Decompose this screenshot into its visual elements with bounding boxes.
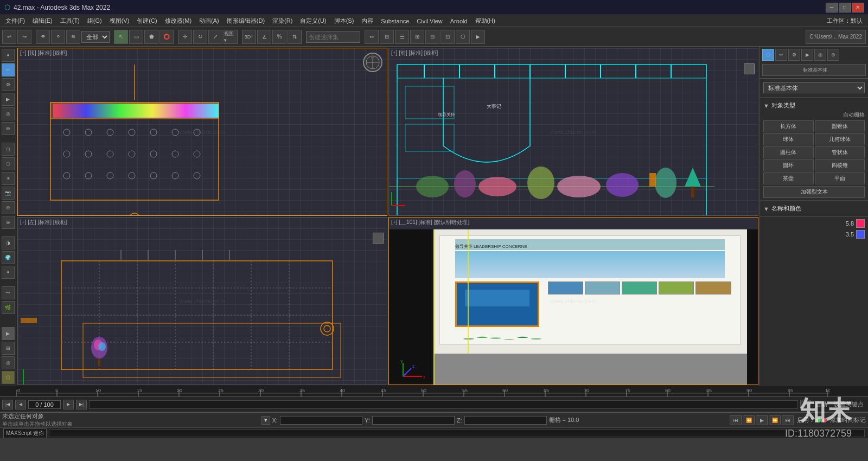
- menu-view[interactable]: 视图(V): [106, 16, 133, 26]
- menu-create[interactable]: 创建(C): [133, 16, 160, 26]
- select-tool[interactable]: ↖: [114, 30, 128, 44]
- rp-color-swatch-2[interactable]: [856, 230, 865, 239]
- lt-light[interactable]: ☀: [2, 172, 15, 185]
- maximize-button[interactable]: □: [839, 3, 851, 12]
- snap-angle[interactable]: ∡: [257, 30, 271, 44]
- lt-spacewarp[interactable]: ⊚: [2, 216, 15, 229]
- rp-display-tab[interactable]: ◎: [814, 49, 826, 61]
- pb-play[interactable]: ▶: [756, 415, 768, 425]
- rp-btn-plane[interactable]: 平面: [815, 172, 865, 184]
- snap-spinner[interactable]: ⇅: [288, 30, 302, 44]
- toolbar-more[interactable]: ⊡: [441, 30, 455, 44]
- rp-btn-enhanced-text[interactable]: 加强型文本: [763, 186, 865, 198]
- menu-animation[interactable]: 动画(A): [196, 16, 222, 26]
- prev-frame-button[interactable]: ◀: [15, 400, 26, 409]
- lt-effects[interactable]: ✦: [2, 266, 15, 279]
- select-lasso[interactable]: ⬟: [144, 30, 158, 44]
- menu-customize[interactable]: 自定义(U): [297, 16, 329, 26]
- lt-create[interactable]: ✦: [2, 49, 15, 62]
- menu-modifiers[interactable]: 修改器(M): [162, 16, 195, 26]
- lt-modify[interactable]: ✏: [2, 63, 15, 76]
- minimize-button[interactable]: ─: [826, 3, 838, 12]
- menu-workspace[interactable]: 工作区：默认: [824, 16, 866, 26]
- rp-utility-tab[interactable]: ⊕: [827, 49, 839, 61]
- lt-hierarchy[interactable]: ⚙: [2, 78, 15, 91]
- redo-button[interactable]: ↪: [17, 30, 31, 44]
- rp-modify-tab[interactable]: ✏: [775, 49, 787, 61]
- move-tool[interactable]: ✛: [178, 30, 192, 44]
- bind-tool[interactable]: ≋: [66, 30, 80, 44]
- menu-help[interactable]: 帮助(H): [472, 16, 499, 26]
- snap-3d[interactable]: 3D⁺: [242, 30, 256, 44]
- menu-group[interactable]: 组(G): [84, 16, 105, 26]
- menu-render[interactable]: 渲染(R): [269, 16, 296, 26]
- add-time-button[interactable]: +: [800, 400, 811, 409]
- lt-utility[interactable]: ⊕: [2, 122, 15, 135]
- mirror-tool[interactable]: ⇔: [365, 30, 379, 44]
- lt-splines[interactable]: 〜: [2, 286, 15, 299]
- menu-arnold[interactable]: Arnold: [447, 17, 471, 25]
- rp-btn-sphere[interactable]: 球体: [763, 133, 814, 145]
- pb-end[interactable]: ⏭: [782, 415, 794, 425]
- unlink-tool[interactable]: ⚬: [51, 30, 65, 44]
- menu-substance[interactable]: Substance: [378, 17, 412, 25]
- layer-mgr[interactable]: ☰: [395, 30, 409, 44]
- add-time-marker[interactable]: 添加时间标记: [830, 416, 866, 424]
- rotate-tool[interactable]: ↻: [193, 30, 207, 44]
- rp-btn-cone[interactable]: 圆锥体: [815, 120, 865, 132]
- close-button[interactable]: ✕: [852, 3, 864, 12]
- viewport-top-gizmo[interactable]: [363, 53, 382, 72]
- pb-start[interactable]: ⏮: [730, 415, 742, 425]
- menu-graph-editor[interactable]: 图形编辑器(D): [224, 16, 268, 26]
- lt-plants[interactable]: 🌿: [2, 301, 15, 314]
- curve-editor[interactable]: ⊟: [425, 30, 439, 44]
- rp-color-swatch-1[interactable]: [856, 219, 865, 228]
- lt-camera[interactable]: 📷: [2, 187, 15, 200]
- undo-button[interactable]: ↩: [2, 30, 16, 44]
- rp-btn-teapot[interactable]: 茶壶: [763, 172, 814, 184]
- menu-content[interactable]: 内容: [358, 16, 376, 26]
- y-field[interactable]: [372, 416, 455, 425]
- x-field[interactable]: [280, 416, 362, 425]
- lt-display[interactable]: ◎: [2, 107, 15, 120]
- lt-mat-editor[interactable]: ◑: [2, 236, 15, 249]
- rp-btn-tube[interactable]: 管状体: [815, 146, 865, 158]
- menu-script[interactable]: 脚本(S): [331, 16, 358, 26]
- rp-btn-pyramid[interactable]: 四棱锥: [815, 159, 865, 171]
- ref-coord[interactable]: 视图 ▾: [224, 30, 238, 44]
- menu-tools[interactable]: 工具(T): [57, 16, 83, 26]
- rp-btn-box[interactable]: 长方体: [763, 120, 814, 132]
- scale-tool[interactable]: ⤢: [208, 30, 222, 44]
- link-tool[interactable]: ⚭: [36, 30, 50, 44]
- render-setup[interactable]: ⬡: [456, 30, 470, 44]
- pb-prev[interactable]: ⏪: [743, 415, 755, 425]
- named-selection-set[interactable]: [306, 31, 360, 43]
- viewport-3d[interactable]: [+] [__101] [标准] [默认明暗处理] www.zhizmo.com: [388, 217, 758, 385]
- lt-grid[interactable]: ⊞: [2, 342, 15, 355]
- rp-btn-cylinder[interactable]: 圆柱体: [763, 146, 814, 158]
- viewport-front-control[interactable]: [744, 63, 755, 74]
- lt-geo[interactable]: ⬡: [2, 157, 15, 170]
- path-display[interactable]: C:\Users\... Max 2022: [806, 30, 866, 44]
- window-controls[interactable]: ─ □ ✕: [826, 3, 864, 12]
- lt-env[interactable]: 🌍: [2, 251, 15, 264]
- viewport-left[interactable]: [+] [左] [标准] [线框] www.zhizmo.com: [17, 217, 387, 385]
- viewport-top[interactable]: [+] [顶] [标准] [线框] www.zhizmo.com: [17, 48, 387, 216]
- timeline-track[interactable]: [89, 400, 798, 409]
- schematic[interactable]: ⊞: [410, 30, 424, 44]
- lt-shapes[interactable]: ◻: [2, 143, 15, 156]
- snap-percent[interactable]: %: [272, 30, 286, 44]
- quick-render[interactable]: ▶: [471, 30, 485, 44]
- coord-dropdown[interactable]: ▾: [261, 416, 270, 425]
- lt-motion[interactable]: ▶: [2, 93, 15, 106]
- rp-hierarchy-tab[interactable]: ⚙: [788, 49, 800, 61]
- rp-btn-torus[interactable]: 圆环: [763, 159, 814, 171]
- select-region[interactable]: ▭: [129, 30, 143, 44]
- viewport-front[interactable]: [+] [前] [标准] [线框] www.zhizmo.com: [388, 48, 758, 216]
- maxscript-input[interactable]: [49, 430, 865, 437]
- align-tool[interactable]: ⊟: [380, 30, 394, 44]
- goto-end-button[interactable]: ▶|: [76, 400, 87, 409]
- frame-counter[interactable]: 0 / 100: [28, 400, 61, 409]
- rp-motion-tab[interactable]: ▶: [801, 49, 813, 61]
- rp-type-dropdown[interactable]: 标准基本体: [763, 82, 865, 93]
